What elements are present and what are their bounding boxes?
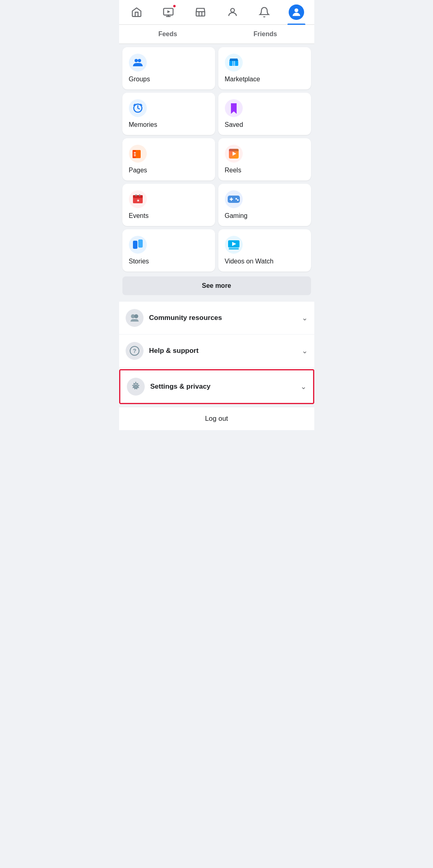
videos-on-watch-label: Videos on Watch bbox=[225, 258, 305, 265]
svg-point-10 bbox=[135, 59, 138, 62]
grid-item-marketplace[interactable]: Marketplace bbox=[218, 47, 311, 89]
community-resources-label: Community resources bbox=[149, 314, 302, 322]
nav-menu[interactable] bbox=[287, 3, 305, 21]
chevron-down-icon: ⌄ bbox=[302, 313, 308, 322]
chevron-down-icon: ⌄ bbox=[302, 346, 308, 355]
memories-label: Memories bbox=[129, 121, 209, 128]
pages-icon bbox=[129, 145, 147, 163]
grid-item-gaming[interactable]: Gaming bbox=[218, 184, 311, 226]
grid-item-videos-on-watch[interactable]: Videos on Watch bbox=[218, 229, 311, 272]
grid-item-memories[interactable]: Memories bbox=[122, 93, 215, 135]
logout-button[interactable]: Log out bbox=[119, 407, 314, 430]
user-avatar bbox=[289, 4, 304, 20]
grid-item-pages[interactable]: Pages bbox=[122, 138, 215, 181]
svg-rect-33 bbox=[139, 194, 140, 196]
svg-rect-4 bbox=[196, 12, 205, 16]
see-more-button[interactable]: See more bbox=[122, 276, 311, 295]
quick-link-friends[interactable]: Friends bbox=[217, 25, 314, 44]
expand-item-community-resources[interactable]: Community resources ⌄ bbox=[119, 302, 314, 335]
svg-rect-31 bbox=[133, 195, 143, 198]
grid-item-events[interactable]: ★ Events bbox=[122, 184, 215, 226]
nav-watch[interactable] bbox=[159, 3, 177, 21]
features-grid: Groups Marketplace bbox=[119, 44, 314, 275]
svg-point-9 bbox=[129, 54, 147, 72]
expand-item-help-support[interactable]: ? Help & support ⌄ bbox=[119, 335, 314, 368]
nav-notifications[interactable] bbox=[255, 3, 273, 21]
svg-point-42 bbox=[129, 236, 147, 254]
svg-text:?: ? bbox=[133, 348, 136, 354]
grid-item-saved[interactable]: Saved bbox=[218, 93, 311, 135]
svg-text:★: ★ bbox=[136, 199, 139, 202]
expand-item-settings-privacy[interactable]: Settings & privacy ⌄ bbox=[119, 369, 314, 404]
grid-item-groups[interactable]: Groups bbox=[122, 47, 215, 89]
groups-icon bbox=[129, 54, 147, 72]
stories-label: Stories bbox=[129, 258, 209, 265]
nav-home[interactable] bbox=[128, 3, 146, 21]
help-support-label: Help & support bbox=[149, 347, 302, 355]
svg-rect-43 bbox=[133, 241, 137, 249]
events-icon: ★ bbox=[129, 190, 147, 208]
marketplace-icon bbox=[225, 54, 243, 72]
grid-item-stories[interactable]: Stories bbox=[122, 229, 215, 272]
nav-profile[interactable] bbox=[224, 3, 242, 21]
chevron-down-icon: ⌄ bbox=[300, 382, 307, 391]
svg-rect-13 bbox=[229, 61, 238, 66]
watch-badge bbox=[172, 4, 176, 8]
memories-icon bbox=[129, 99, 147, 117]
videos-on-watch-icon bbox=[225, 236, 243, 254]
svg-point-11 bbox=[138, 59, 141, 62]
svg-point-50 bbox=[134, 314, 138, 318]
events-label: Events bbox=[129, 212, 209, 220]
logout-section: Log out bbox=[119, 407, 314, 430]
pages-label: Pages bbox=[129, 167, 209, 174]
top-nav bbox=[119, 0, 314, 25]
nav-marketplace[interactable] bbox=[191, 3, 209, 21]
svg-point-39 bbox=[235, 198, 237, 200]
svg-rect-36 bbox=[228, 196, 240, 203]
gaming-label: Gaming bbox=[225, 212, 305, 220]
community-resources-icon bbox=[126, 309, 144, 327]
svg-point-7 bbox=[231, 9, 234, 12]
help-support-icon: ? bbox=[126, 342, 144, 360]
svg-rect-32 bbox=[135, 194, 137, 196]
svg-point-54 bbox=[134, 385, 137, 388]
svg-rect-28 bbox=[229, 149, 239, 151]
marketplace-label: Marketplace bbox=[225, 76, 305, 83]
svg-point-40 bbox=[237, 199, 239, 201]
gaming-icon bbox=[225, 190, 243, 208]
see-more-section: See more bbox=[119, 275, 314, 298]
groups-label: Groups bbox=[129, 76, 209, 83]
svg-marker-3 bbox=[168, 10, 170, 13]
saved-icon bbox=[225, 99, 243, 117]
expand-list: Community resources ⌄ ? Help & support ⌄… bbox=[119, 302, 314, 404]
reels-icon bbox=[225, 145, 243, 163]
settings-privacy-label: Settings & privacy bbox=[150, 383, 300, 391]
stories-icon bbox=[129, 236, 147, 254]
quick-links: Feeds Friends bbox=[119, 25, 314, 44]
settings-privacy-icon bbox=[127, 378, 145, 396]
svg-point-8 bbox=[294, 9, 298, 12]
svg-rect-44 bbox=[138, 239, 143, 248]
saved-label: Saved bbox=[225, 121, 305, 128]
grid-item-reels[interactable]: Reels bbox=[218, 138, 311, 181]
reels-label: Reels bbox=[225, 167, 305, 174]
quick-link-feeds[interactable]: Feeds bbox=[119, 25, 217, 44]
